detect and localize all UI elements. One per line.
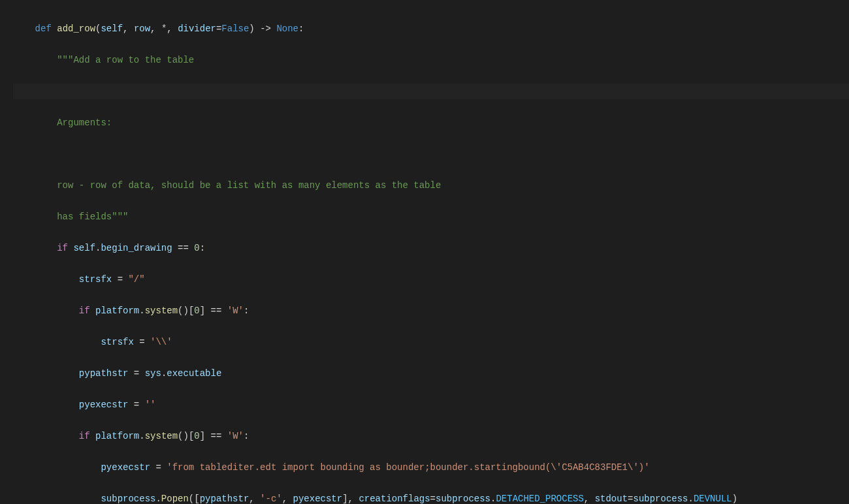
function-name: add_row	[57, 24, 95, 34]
code-line: Arguments:	[13, 115, 849, 131]
code-line: strsfx = "/"	[13, 272, 849, 287]
type-none: None	[276, 24, 298, 34]
code-line: row - row of data, should be a list with…	[13, 178, 849, 193]
code-line: """Add a row to the table	[13, 52, 849, 68]
code-line: def add_row(self, row, *, divider=False)…	[13, 21, 849, 37]
docstring: Arguments:	[57, 118, 112, 128]
code-line: if platform.system()[0] == 'W':	[13, 303, 849, 319]
code-line: if self.begin_drawing == 0:	[13, 240, 849, 256]
docstring: """Add a row to the table	[57, 55, 194, 65]
param-self: self	[101, 24, 123, 34]
docstring: has fields"""	[57, 212, 128, 222]
code-line: pypathstr = sys.executable	[13, 366, 849, 381]
code-line: subprocess.Popen([pypathstr, '-c', pyexe…	[13, 491, 849, 504]
param-divider: divider	[178, 24, 216, 34]
code-editor[interactable]: def add_row(self, row, *, divider=False)…	[0, 5, 849, 504]
code-line	[13, 146, 849, 162]
constant-false: False	[221, 24, 249, 34]
code-line: pyexecstr = ''	[13, 397, 849, 413]
code-line: if platform.system()[0] == 'W':	[13, 428, 849, 444]
keyword-if: if	[57, 243, 68, 253]
code-line: has fields"""	[13, 209, 849, 225]
docstring: row - row of data, should be a list with…	[57, 180, 441, 191]
code-line-active	[13, 84, 849, 99]
code-line: strsfx = '\\'	[13, 334, 849, 350]
keyword-def: def	[35, 24, 52, 34]
param-row: row	[134, 24, 150, 34]
code-line: pyexecstr = 'from tablediter.edt import …	[13, 460, 849, 475]
